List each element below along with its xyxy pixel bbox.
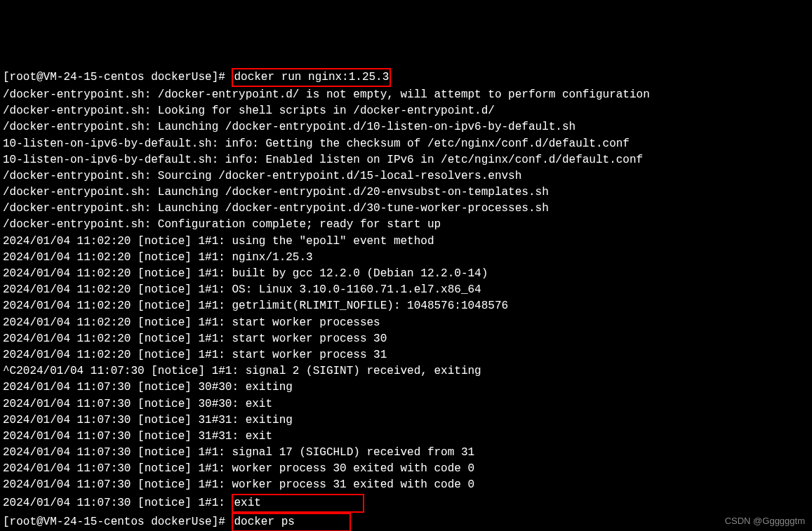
log-line: 10-listen-on-ipv6-by-default.sh: info: E… bbox=[3, 152, 809, 168]
log-line: /docker-entrypoint.sh: Configuration com… bbox=[3, 217, 809, 233]
log-line: 10-listen-on-ipv6-by-default.sh: info: G… bbox=[3, 136, 809, 152]
log-line: 2024/01/04 11:07:30 [notice] 30#30: exit bbox=[3, 396, 809, 412]
shell-prompt: [root@VM-24-15-centos dockerUse]# bbox=[3, 516, 232, 528]
terminal-output[interactable]: [root@VM-24-15-centos dockerUse]# docker… bbox=[3, 68, 809, 531]
log-line: 2024/01/04 11:02:20 [notice] 1#1: start … bbox=[3, 315, 809, 331]
log-line: /docker-entrypoint.sh: Looking for shell… bbox=[3, 103, 809, 119]
log-line: 2024/01/04 11:02:20 [notice] 1#1: built … bbox=[3, 266, 809, 282]
log-line: 2024/01/04 11:02:20 [notice] 1#1: OS: Li… bbox=[3, 282, 809, 298]
log-line: /docker-entrypoint.sh: Launching /docker… bbox=[3, 119, 809, 135]
log-line: 2024/01/04 11:02:20 [notice] 1#1: start … bbox=[3, 331, 809, 347]
exit-line: 2024/01/04 11:07:30 [notice] 1#1: exit bbox=[3, 494, 809, 513]
log-line: 2024/01/04 11:07:30 [notice] 1#1: worker… bbox=[3, 477, 809, 493]
log-line: 2024/01/04 11:02:20 [notice] 1#1: getrli… bbox=[3, 298, 809, 314]
log-line: 2024/01/04 11:07:30 [notice] 30#30: exit… bbox=[3, 379, 809, 396]
prompt-line-1: [root@VM-24-15-centos dockerUse]# docker… bbox=[3, 68, 809, 87]
command-highlight-exit: exit bbox=[232, 494, 364, 513]
shell-prompt: [root@VM-24-15-centos dockerUse]# bbox=[3, 71, 232, 83]
log-line: 2024/01/04 11:07:30 [notice] 1#1: signal… bbox=[3, 445, 809, 461]
command-highlight-ps: docker ps bbox=[232, 513, 350, 531]
log-line: 2024/01/04 11:02:20 [notice] 1#1: nginx/… bbox=[3, 250, 809, 266]
exit-prefix: 2024/01/04 11:07:30 [notice] 1#1: bbox=[3, 497, 232, 509]
log-line: 2024/01/04 11:07:30 [notice] 31#31: exit bbox=[3, 429, 809, 445]
log-line: 2024/01/04 11:07:30 [notice] 31#31: exit… bbox=[3, 412, 809, 429]
log-line: 2024/01/04 11:02:20 [notice] 1#1: using … bbox=[3, 234, 809, 250]
command-highlight-run: docker run nginx:1.25.3 bbox=[232, 68, 391, 87]
log-line: /docker-entrypoint.sh: Sourcing /docker-… bbox=[3, 168, 809, 184]
watermark: CSDN @Ggggggtm bbox=[725, 515, 805, 528]
log-line: /docker-entrypoint.sh: Launching /docker… bbox=[3, 201, 809, 217]
prompt-line-2: [root@VM-24-15-centos dockerUse]# docker… bbox=[3, 513, 809, 531]
log-line: /docker-entrypoint.sh: Launching /docker… bbox=[3, 184, 809, 201]
log-line: ^C2024/01/04 11:07:30 [notice] 1#1: sign… bbox=[3, 363, 809, 379]
log-line: 2024/01/04 11:07:30 [notice] 1#1: worker… bbox=[3, 461, 809, 477]
log-line: 2024/01/04 11:02:20 [notice] 1#1: start … bbox=[3, 347, 809, 363]
log-line: /docker-entrypoint.sh: /docker-entrypoin… bbox=[3, 87, 809, 103]
